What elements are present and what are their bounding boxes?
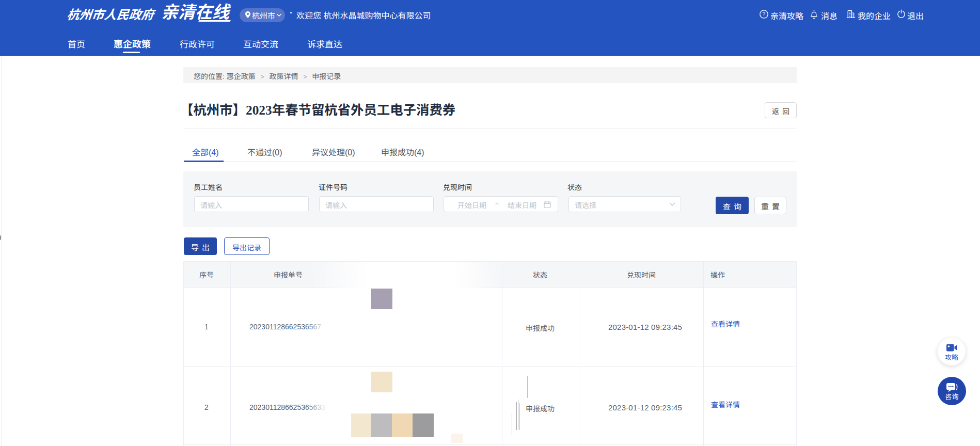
svg-text:?: ? [763, 11, 766, 17]
